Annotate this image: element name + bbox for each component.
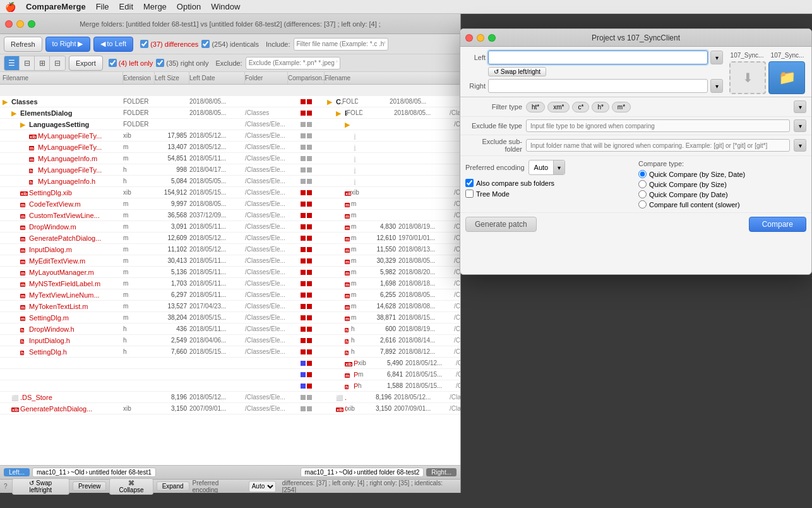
swap-button[interactable]: ↺ Swap left/right [12, 478, 69, 495]
radio-option-2[interactable]: Quick Compare (by Size) [638, 180, 806, 188]
table-row: m MyLayoutManager.m m 5,136 2018/05/11..… [0, 267, 460, 278]
table-row: h MyLanguageFileTy... h 998 2018/04/17..… [0, 164, 460, 176]
left-path-input[interactable]: /Project/107_SyncClient [488, 51, 708, 64]
differences-checkbox[interactable] [140, 40, 148, 48]
right-path-row: Right /Users/thinh/Desktop/107_SyncClien… [465, 79, 723, 93]
radio-3[interactable] [638, 190, 647, 198]
include-filter-input[interactable] [294, 38, 388, 51]
filter-tag-ht[interactable]: ht* [526, 102, 545, 112]
maximize-button[interactable] [28, 20, 35, 28]
left-date-cell: 2018/05/11... [189, 280, 245, 287]
comparison-cell [288, 213, 325, 218]
table-row: m SettingDlg.m m 38,204 2018/05/15... /C… [0, 312, 460, 324]
view-toggle-3[interactable]: ⊞ [35, 56, 50, 70]
left-size-cell: 17,985 [155, 132, 189, 139]
comparison-cell [288, 315, 325, 320]
preview-button[interactable]: Preview [73, 481, 107, 491]
col-size: Left Size [155, 72, 189, 84]
left-size-cell: 5,084 [155, 178, 189, 184]
panel-min[interactable] [477, 34, 484, 42]
panel-close[interactable] [465, 34, 473, 42]
left-date-cell: 2018/05/11... [189, 155, 245, 162]
menu-option[interactable]: Option [177, 2, 201, 11]
radio-option-3[interactable]: Quick Compare (by Date) [638, 190, 806, 198]
radio-option-4[interactable]: Compare full content (slower) [638, 200, 806, 209]
right-folder-button[interactable]: 📁 [768, 61, 805, 94]
radio-option-1[interactable]: Quick Compare (by Size, Date) [638, 170, 806, 178]
exclude-subfolder-dropdown[interactable]: ▾ [794, 139, 806, 152]
to-right-button[interactable]: to Right ▶ [45, 37, 90, 52]
tree-mode-label[interactable]: Tree Mode [465, 190, 633, 198]
exclude-file-dropdown[interactable]: ▾ [794, 119, 806, 132]
exclude-subfolder-input[interactable] [526, 139, 790, 152]
view-toggle-1[interactable]: ☰ [4, 56, 20, 70]
filter-tag-h[interactable]: h* [592, 102, 609, 112]
comparison-cell [288, 304, 325, 309]
encoding-dropdown[interactable]: ▾ [553, 160, 564, 174]
left-folder-cell: /Classes/Ele... [245, 303, 288, 310]
left-filename-cell: xib SettingDlg.xib [0, 188, 123, 197]
to-left-button[interactable]: ◀ to Left [93, 37, 134, 52]
left-filename-cell: m CustomTextViewLine... [0, 211, 123, 220]
right-path-dropdown[interactable]: ▾ [710, 79, 723, 93]
toolbar-row1: Refresh to Right ▶ ◀ to Left (37) differ… [0, 34, 460, 54]
help-icon[interactable]: ? [4, 483, 8, 490]
left-date-cell: 2018/05/12... [189, 246, 245, 253]
expand-button[interactable]: Expand [157, 481, 189, 491]
table-row: m MyEditTextView.m m 30,413 2018/05/11..… [0, 255, 460, 267]
encoding-select[interactable]: Auto [249, 481, 276, 492]
left-size-cell: 9,997 [155, 200, 189, 207]
identicals-checkbox[interactable] [201, 40, 210, 48]
left-size-cell: 1,703 [155, 280, 189, 287]
right-filename-cell: ▶ Classes FOLDER 2018/08/05... [325, 97, 460, 106]
exclude-filter-input[interactable] [246, 57, 340, 70]
tree-mode-checkbox[interactable] [465, 190, 474, 198]
filter-tag-c[interactable]: c* [572, 102, 589, 112]
comparison-cell [288, 190, 325, 195]
right-only-checkbox[interactable] [156, 59, 164, 67]
left-ext-cell: m [123, 257, 155, 264]
menu-file[interactable]: File [96, 2, 109, 11]
left-ext-cell: h [123, 337, 155, 344]
right-filename-cell: m MyLayoutManager.m m 5,982 2018/08/20..… [325, 268, 460, 277]
exclude-file-input[interactable] [526, 119, 790, 132]
view-toggle-4[interactable]: ⊟ [50, 56, 65, 70]
comparison-cell [288, 293, 325, 298]
generate-patch-button[interactable]: Generate patch [465, 217, 537, 232]
collapse-button[interactable]: ⌘ Collapse [109, 478, 153, 495]
view-toggle-2[interactable]: ⊟ [20, 56, 35, 70]
menu-edit[interactable]: Edit [119, 2, 133, 11]
swap-left-right-button[interactable]: ↺ Swap left/right [488, 67, 546, 76]
file-list[interactable]: ▶ Classes FOLDER 2018/08/05... ▶ Classes… [0, 96, 460, 465]
right-path-input[interactable]: /Users/thinh/Desktop/107_SyncClient [488, 79, 708, 93]
left-folder-cell: /Classes/Ele... [245, 314, 288, 321]
left-size-cell: 11,102 [155, 246, 189, 253]
minimize-button[interactable] [16, 20, 24, 28]
left-size-cell: 154,912 [155, 189, 189, 196]
filter-tag-m[interactable]: m* [612, 102, 631, 112]
left-only-checkbox[interactable] [109, 59, 117, 67]
also-compare-checkbox[interactable] [465, 179, 474, 187]
filter-dropdown[interactable]: ▾ [794, 100, 806, 113]
left-date-cell: 2018/05/11... [189, 291, 245, 298]
left-action-button[interactable]: ⬇ [729, 61, 766, 94]
table-row: h InputDialog.h h 2,549 2018/04/06... /C… [0, 335, 460, 346]
export-button[interactable]: Export [69, 56, 103, 71]
refresh-button[interactable]: Refresh [4, 37, 42, 52]
comparison-cell [288, 406, 325, 411]
filter-tag-xm[interactable]: xm* [547, 102, 570, 112]
left-filename-cell: h MyLanguageFileTy... [0, 166, 123, 174]
compare-button[interactable]: Compare [749, 217, 806, 232]
comparison-cell [288, 384, 325, 389]
also-compare-label[interactable]: Also compare sub folders [465, 179, 633, 187]
radio-1[interactable] [638, 170, 647, 178]
panel-max[interactable] [488, 34, 496, 42]
left-date-cell: 2018/05/11... [189, 223, 245, 230]
close-button[interactable] [5, 20, 13, 28]
left-path-dropdown[interactable]: ▾ [710, 51, 723, 64]
menu-window[interactable]: Window [211, 2, 240, 11]
menu-merge[interactable]: Merge [143, 2, 167, 11]
table-row: ▶ LanguagesSetting FOLDER /Classes/Ele..… [0, 119, 460, 130]
radio-2[interactable] [638, 180, 647, 188]
radio-4[interactable] [638, 200, 647, 209]
